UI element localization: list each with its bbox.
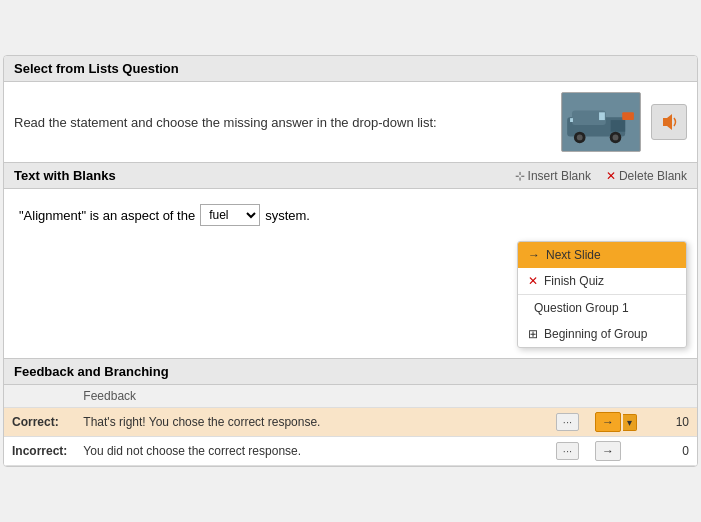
svg-rect-10	[599, 112, 605, 120]
finish-quiz-icon: ✕	[528, 274, 538, 288]
svg-marker-11	[663, 114, 672, 130]
col-more	[548, 385, 587, 408]
sentence-after: system.	[265, 208, 310, 223]
incorrect-more-cell: ···	[548, 437, 587, 466]
question-text: Read the statement and choose the missin…	[14, 115, 551, 130]
feedback-table: Feedback Correct: That's right! You chos…	[4, 385, 697, 466]
correct-row: Correct: That's right! You chose the cor…	[4, 408, 697, 437]
insert-blank-icon: ⊹	[515, 169, 525, 183]
incorrect-arrow-button[interactable]: →	[595, 441, 621, 461]
correct-more-button[interactable]: ···	[556, 413, 579, 431]
correct-feedback-text: That's right! You chose the correct resp…	[75, 408, 547, 437]
blank-dropdown[interactable]: fuel	[200, 204, 260, 226]
blank-sentence: "Alignment" is an aspect of the fuel sys…	[19, 204, 682, 226]
delete-blank-button[interactable]: ✕ Delete Blank	[606, 169, 687, 183]
svg-rect-9	[570, 118, 573, 122]
branching-dropdown-popup: → Next Slide ✕ Finish Quiz Question Grou…	[517, 241, 687, 348]
svg-rect-3	[611, 120, 626, 132]
correct-arrow-dropdown[interactable]: ▾	[623, 414, 637, 431]
fb-section-header: Feedback and Branching	[4, 359, 697, 385]
main-container: Select from Lists Question Read the stat…	[3, 55, 698, 467]
correct-arrow-button[interactable]: →	[595, 412, 621, 432]
question-group-label: Question Group 1	[534, 301, 629, 315]
correct-label: Correct:	[4, 408, 75, 437]
incorrect-label: Incorrect:	[4, 437, 75, 466]
twb-content: "Alignment" is an aspect of the fuel sys…	[4, 189, 697, 359]
col-label	[4, 385, 75, 408]
correct-score: 10	[667, 408, 697, 437]
next-slide-label: Next Slide	[546, 248, 601, 262]
twb-actions: ⊹ Insert Blank ✕ Delete Blank	[515, 169, 687, 183]
dropdown-item-question-group[interactable]: Question Group 1	[518, 295, 686, 321]
insert-blank-button[interactable]: ⊹ Insert Blank	[515, 169, 591, 183]
col-score	[667, 385, 697, 408]
delete-blank-icon: ✕	[606, 169, 616, 183]
svg-point-5	[577, 135, 583, 141]
col-arrow	[587, 385, 667, 408]
correct-more-cell: ···	[548, 408, 587, 437]
correct-arrow-cell: →▾	[587, 408, 667, 437]
incorrect-score: 0	[667, 437, 697, 466]
audio-button[interactable]	[651, 104, 687, 140]
dropdown-item-next-slide[interactable]: → Next Slide	[518, 242, 686, 268]
beginning-of-group-label: Beginning of Group	[544, 327, 647, 341]
next-slide-icon: →	[528, 248, 540, 262]
incorrect-row: Incorrect: You did not choose the correc…	[4, 437, 697, 466]
col-feedback: Feedback	[75, 385, 547, 408]
svg-rect-8	[622, 112, 634, 120]
twb-section-header: Text with Blanks ⊹ Insert Blank ✕ Delete…	[4, 163, 697, 189]
incorrect-arrow-cell: →	[587, 437, 667, 466]
sentence-before: "Alignment" is an aspect of the	[19, 208, 195, 223]
dropdown-item-finish-quiz[interactable]: ✕ Finish Quiz	[518, 268, 686, 294]
question-image	[561, 92, 641, 152]
dropdown-item-beginning-of-group[interactable]: ⊞ Beginning of Group	[518, 321, 686, 347]
finish-quiz-label: Finish Quiz	[544, 274, 604, 288]
svg-point-7	[613, 135, 619, 141]
incorrect-feedback-text: You did not choose the correct response.	[75, 437, 547, 466]
incorrect-more-button[interactable]: ···	[556, 442, 579, 460]
beginning-of-group-icon: ⊞	[528, 327, 538, 341]
twb-title: Text with Blanks	[14, 168, 116, 183]
question-area: Read the statement and choose the missin…	[4, 82, 697, 163]
section-title: Select from Lists Question	[4, 56, 697, 82]
